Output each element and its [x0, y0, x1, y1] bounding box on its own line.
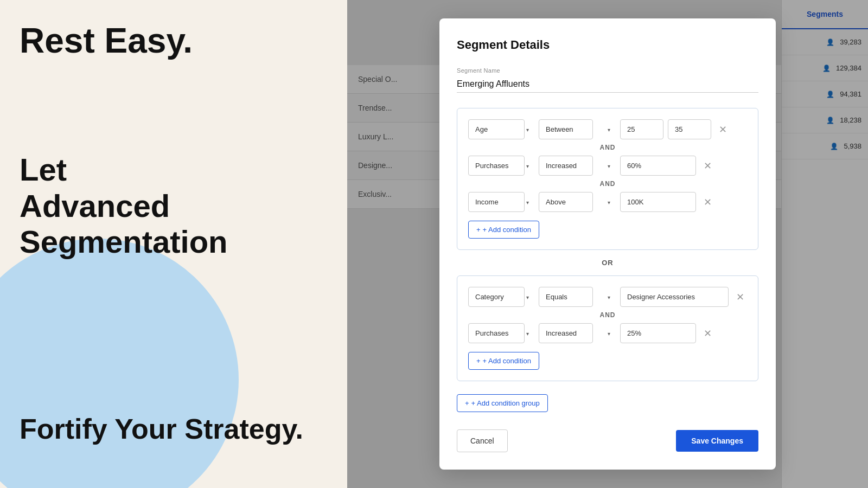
subheading-text: LetAdvancedSegmentation	[20, 152, 228, 260]
field-select-purchases-1[interactable]: Age Purchases Income Category	[468, 156, 525, 176]
condition-group-1: Age Purchases Income Category Between Ab…	[457, 108, 758, 250]
add-condition-label-1: + Add condition	[483, 226, 531, 234]
between-values	[620, 119, 711, 139]
remove-condition-income[interactable]: ✕	[701, 195, 714, 209]
cancel-button[interactable]: Cancel	[457, 429, 508, 452]
condition-group-2: Age Purchases Income Category Between Ab…	[457, 275, 758, 381]
operator-select-wrapper-increased-2: Between Above Below Equals Increased	[539, 323, 615, 343]
value-input-age-max[interactable]	[668, 119, 711, 139]
remove-condition-category[interactable]: ✕	[734, 290, 746, 304]
add-group-label: + Add condition group	[471, 399, 540, 407]
plus-icon-group: +	[465, 399, 469, 407]
field-select-wrapper-age: Age Purchases Income Category	[468, 119, 533, 139]
operator-select-equals[interactable]: Between Above Below Equals Increased	[539, 287, 593, 307]
value-input-income[interactable]	[620, 192, 696, 212]
plus-icon-2: +	[476, 357, 481, 365]
field-select-wrapper-purchases-1: Age Purchases Income Category	[468, 156, 533, 176]
condition-row-age: Age Purchases Income Category Between Ab…	[468, 119, 747, 139]
field-select-age[interactable]: Age Purchases Income Category	[468, 119, 525, 139]
value-input-age-min[interactable]	[620, 119, 663, 139]
field-select-wrapper-purchases-2: Age Purchases Income Category	[468, 323, 533, 343]
remove-condition-purchases-2[interactable]: ✕	[701, 326, 714, 341]
field-select-purchases-2[interactable]: Age Purchases Income Category	[468, 323, 525, 343]
condition-row-category: Age Purchases Income Category Between Ab…	[468, 287, 747, 307]
condition-row-purchases-2: Age Purchases Income Category Between Ab…	[468, 323, 747, 343]
remove-condition-purchases-1[interactable]: ✕	[701, 159, 714, 173]
operator-select-wrapper-between: Between Above Below Equals Increased	[539, 119, 615, 139]
add-condition-button-2[interactable]: + + Add condition	[468, 352, 539, 370]
remove-condition-age[interactable]: ✕	[717, 123, 729, 137]
condition-row-income: Age Purchases Income Category Between Ab…	[468, 192, 747, 212]
field-select-income[interactable]: Age Purchases Income Category	[468, 192, 525, 212]
modal-overlay: Segment Details Segment Name Age Purchas…	[347, 0, 868, 488]
and-separator-3: AND	[468, 311, 747, 319]
operator-select-between[interactable]: Between Above Below Equals Increased	[539, 119, 593, 139]
field-select-category[interactable]: Age Purchases Income Category	[468, 287, 525, 307]
or-separator: OR	[457, 259, 758, 267]
save-changes-button[interactable]: Save Changes	[676, 430, 758, 452]
right-panel: Special O... Trendse... Luxury L... Desi…	[347, 0, 868, 488]
operator-select-increased-1[interactable]: Between Above Below Equals Increased	[539, 156, 593, 176]
decorative-circle	[0, 239, 239, 488]
segment-name-label: Segment Name	[457, 67, 758, 74]
value-input-purchases-1[interactable]	[620, 156, 696, 176]
headline-text: Rest Easy.	[20, 22, 193, 60]
operator-select-increased-2[interactable]: Between Above Below Equals Increased	[539, 323, 593, 343]
operator-select-wrapper-equals: Between Above Below Equals Increased	[539, 287, 615, 307]
and-separator-2: AND	[468, 180, 747, 188]
operator-select-above[interactable]: Between Above Below Equals Increased	[539, 192, 593, 212]
left-panel: Rest Easy. LetAdvancedSegmentation Forti…	[0, 0, 347, 488]
value-input-purchases-2[interactable]	[620, 323, 696, 343]
condition-row-purchases-1: Age Purchases Income Category Between Ab…	[468, 156, 747, 176]
modal-title: Segment Details	[457, 38, 758, 52]
add-condition-label-2: + Add condition	[483, 357, 531, 365]
add-condition-group-button[interactable]: + + Add condition group	[457, 394, 548, 412]
modal-footer: Cancel Save Changes	[457, 429, 758, 452]
operator-select-wrapper-increased-1: Between Above Below Equals Increased	[539, 156, 615, 176]
segment-name-input[interactable]	[457, 76, 758, 93]
field-select-wrapper-income: Age Purchases Income Category	[468, 192, 533, 212]
plus-icon-1: +	[476, 226, 481, 234]
field-select-wrapper-category: Age Purchases Income Category	[468, 287, 533, 307]
add-condition-button-1[interactable]: + + Add condition	[468, 221, 539, 239]
tagline-text: Fortify Your Strategy.	[20, 414, 303, 445]
operator-select-wrapper-above: Between Above Below Equals Increased	[539, 192, 615, 212]
and-separator-1: AND	[468, 144, 747, 151]
value-input-category[interactable]	[620, 287, 729, 307]
segment-details-modal: Segment Details Segment Name Age Purchas…	[439, 18, 776, 470]
